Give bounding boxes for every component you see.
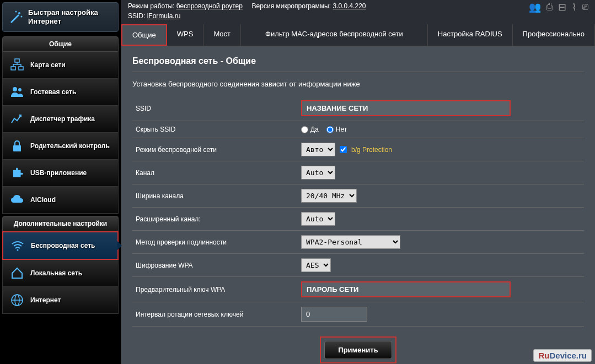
- globe-icon: [9, 292, 25, 308]
- tab-professional[interactable]: Профессионально: [513, 24, 595, 46]
- rekey-interval-input[interactable]: [301, 307, 367, 322]
- hide-ssid-label: Скрыть SSID: [132, 121, 298, 138]
- wpa-encryption-select[interactable]: AES: [301, 258, 331, 272]
- clients-icon[interactable]: 👥: [529, 1, 541, 13]
- hide-ssid-no-radio[interactable]: [326, 126, 334, 133]
- tab-radius[interactable]: Настройка RADIUS: [428, 24, 513, 46]
- sidebar-item-parental-control[interactable]: Родительский контроль: [2, 133, 119, 160]
- printer-icon[interactable]: ⎚: [582, 1, 588, 13]
- channel-select[interactable]: Auto: [301, 166, 335, 180]
- traffic-icon: [9, 111, 25, 127]
- bg-protection-label: b/g Protection: [351, 146, 392, 154]
- fw-value-link[interactable]: 3.0.0.4.220: [333, 2, 366, 10]
- ssid-header-label: SSID:: [128, 12, 145, 20]
- channel-width-label: Ширина канала: [132, 184, 298, 208]
- sidebar-item-traffic-manager[interactable]: Диспетчер трафика: [2, 106, 119, 133]
- network-map-icon: [9, 57, 25, 73]
- wpa-encryption-label: Шифрование WPA: [132, 254, 298, 277]
- bg-protection-checkbox[interactable]: [340, 146, 347, 153]
- hide-ssid-yes-radio[interactable]: [301, 126, 308, 133]
- auth-method-select[interactable]: WPA2-Personal: [301, 235, 400, 249]
- wireless-mode-label: Режим беспроводной сети: [132, 138, 298, 161]
- ext-channel-select[interactable]: Auto: [301, 212, 335, 226]
- mode-label: Режим работы:: [128, 2, 174, 10]
- ssid-header-value[interactable]: iFormula.ru: [147, 12, 181, 20]
- svg-rect-4: [11, 67, 15, 70]
- mode-value-link[interactable]: беспроводной роутер: [176, 2, 243, 10]
- rekey-interval-label: Интервал ротации сетевых ключей: [132, 302, 298, 327]
- svg-point-7: [18, 88, 22, 91]
- lock-icon: [9, 138, 25, 154]
- usb-status-icon[interactable]: ⎙: [546, 1, 553, 13]
- puzzle-icon: [9, 165, 25, 181]
- top-bar: Режим работы: беспроводной роутер Версия…: [121, 0, 595, 24]
- svg-point-6: [13, 87, 17, 91]
- guest-icon: [9, 84, 25, 100]
- fw-label: Версия микропрограммы:: [252, 2, 331, 10]
- apply-button[interactable]: Применить: [324, 341, 392, 359]
- tab-general[interactable]: Общие: [121, 24, 167, 46]
- svg-point-0: [18, 12, 20, 14]
- quick-setup-label: Быстрая настройка Интернет: [28, 8, 114, 25]
- wpa-psk-label: Предварительный ключ WPA: [132, 277, 298, 302]
- page-title: Беспроводная сеть - Общие: [132, 56, 584, 72]
- section-advanced-header: Дополнительные настройки: [2, 216, 119, 231]
- sidebar-item-internet[interactable]: Интернет: [2, 287, 119, 314]
- svg-point-2: [21, 16, 23, 18]
- wand-icon: [7, 8, 24, 26]
- channel-width-select[interactable]: 20/40 MHz: [301, 189, 357, 203]
- sidebar-item-lan[interactable]: Локальная сеть: [2, 260, 119, 287]
- ssid-input[interactable]: [301, 100, 511, 116]
- page-description: Установка беспроводного соединения завис…: [132, 80, 584, 88]
- channel-label: Канал: [132, 161, 298, 184]
- tab-bridge[interactable]: Мост: [203, 24, 241, 46]
- svg-rect-8: [13, 145, 21, 151]
- tabs: Общие WPS Мост Фильтр MAC-адресов беспро…: [121, 24, 595, 46]
- sidebar: Быстрая настройка Интернет Общие Карта с…: [0, 0, 121, 364]
- sidebar-item-usb-app[interactable]: USB-приложение: [2, 160, 119, 187]
- sidebar-item-guest-network[interactable]: Гостевая сеть: [2, 79, 119, 106]
- main-content: Режим работы: беспроводной роутер Версия…: [121, 0, 595, 364]
- quick-internet-setup[interactable]: Быстрая настройка Интернет: [2, 2, 119, 32]
- sidebar-item-wireless[interactable]: Беспроводная сеть: [2, 231, 119, 260]
- ext-channel-label: Расширенный канал:: [132, 208, 298, 231]
- wpa-psk-input[interactable]: [301, 281, 511, 297]
- tab-wps[interactable]: WPS: [167, 24, 204, 46]
- wifi-icon: [10, 238, 25, 253]
- cloud-icon: [9, 192, 25, 208]
- watermark: RuDevice.ru: [533, 349, 592, 362]
- sidebar-item-aicloud[interactable]: AiCloud: [2, 187, 119, 214]
- wireless-mode-select[interactable]: Авто: [301, 143, 335, 156]
- wifi-status-icon[interactable]: ⌇: [572, 1, 577, 13]
- auth-method-label: Метод проверки подлинности: [132, 231, 298, 254]
- section-general-header: Общие: [2, 36, 119, 52]
- home-icon: [9, 265, 25, 281]
- storage-icon[interactable]: ⊟: [558, 1, 566, 13]
- svg-rect-3: [15, 59, 19, 62]
- sidebar-item-network-map[interactable]: Карта сети: [2, 52, 119, 79]
- tab-mac-filter[interactable]: Фильтр MAC-адресов беспроводной сети: [241, 24, 428, 46]
- svg-rect-5: [19, 67, 23, 70]
- ssid-label: SSID: [132, 96, 298, 121]
- svg-point-1: [15, 11, 17, 13]
- svg-point-9: [17, 249, 19, 251]
